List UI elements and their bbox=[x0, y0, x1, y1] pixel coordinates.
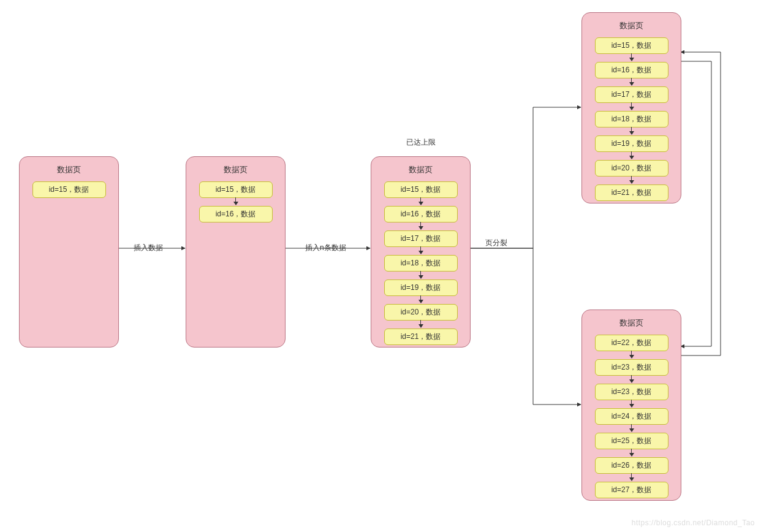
record: id=20，数据 bbox=[595, 160, 668, 177]
label-page-split: 页分裂 bbox=[485, 238, 507, 248]
record: id=24，数据 bbox=[595, 408, 668, 425]
record: id=16，数据 bbox=[384, 206, 458, 222]
data-page-4: 数据页 id=15，数据 id=16，数据 id=17，数据 id=18，数据 … bbox=[581, 12, 681, 203]
label-insert-n: 插入n条数据 bbox=[305, 243, 346, 253]
page-title: 数据页 bbox=[582, 20, 681, 31]
record: id=22，数据 bbox=[595, 335, 668, 351]
record: id=15，数据 bbox=[199, 181, 273, 198]
record: id=25，数据 bbox=[595, 433, 668, 449]
record: id=15，数据 bbox=[32, 181, 106, 198]
record: id=21，数据 bbox=[595, 184, 668, 201]
data-page-3: 数据页 id=15，数据 id=16，数据 id=17，数据 id=18，数据 … bbox=[371, 156, 471, 348]
page-title: 数据页 bbox=[20, 164, 118, 175]
watermark: https://blog.csdn.net/Diamond_Tao bbox=[632, 519, 755, 527]
record: id=19，数据 bbox=[595, 135, 668, 152]
data-page-1: 数据页 id=15，数据 bbox=[19, 156, 119, 348]
data-page-2: 数据页 id=15，数据 id=16，数据 bbox=[186, 156, 286, 348]
record: id=16，数据 bbox=[199, 206, 273, 222]
record: id=18，数据 bbox=[595, 111, 668, 127]
record: id=23，数据 bbox=[595, 359, 668, 376]
data-page-5: 数据页 id=22，数据 id=23，数据 id=23，数据 id=24，数据 … bbox=[581, 310, 681, 501]
page-title: 数据页 bbox=[186, 164, 285, 175]
record: id=23，数据 bbox=[595, 384, 668, 400]
record: id=19，数据 bbox=[384, 279, 458, 296]
label-limit-reached: 已达上限 bbox=[406, 137, 436, 148]
record: id=27，数据 bbox=[595, 482, 668, 498]
record: id=16，数据 bbox=[595, 62, 668, 78]
record: id=18，数据 bbox=[384, 255, 458, 272]
record: id=15，数据 bbox=[595, 37, 668, 54]
record: id=20，数据 bbox=[384, 304, 458, 321]
page-title: 数据页 bbox=[371, 164, 470, 175]
label-insert-data: 插入数据 bbox=[134, 243, 163, 253]
record: id=17，数据 bbox=[384, 230, 458, 247]
record: id=15，数据 bbox=[384, 181, 458, 198]
page-title: 数据页 bbox=[582, 317, 681, 329]
record: id=17，数据 bbox=[595, 86, 668, 103]
record: id=26，数据 bbox=[595, 457, 668, 474]
record: id=21，数据 bbox=[384, 329, 458, 345]
